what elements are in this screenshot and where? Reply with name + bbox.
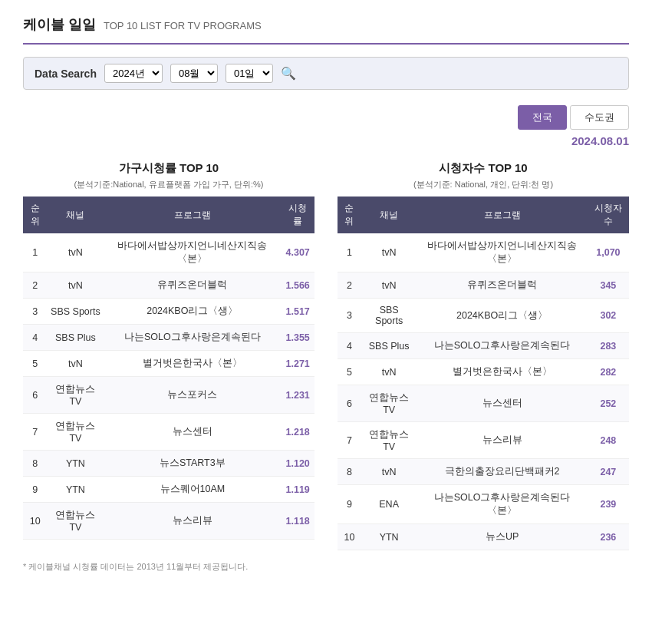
title-divider — [23, 43, 629, 45]
channel-cell: SBS Plus — [47, 325, 104, 351]
channel-cell: SBS Sports — [47, 299, 104, 325]
table-row: 2 tvN 유퀴즈온더블럭 345 — [338, 272, 629, 299]
rank-cell: 7 — [23, 414, 47, 451]
month-select[interactable]: 08월 — [170, 64, 218, 83]
channel-cell: 연합뉴스TV — [361, 422, 417, 459]
program-cell: 나는SOLO그후사랑은계속된다 — [104, 325, 281, 351]
rating-cell: 252 — [588, 385, 629, 422]
channel-cell: 연합뉴스TV — [47, 503, 104, 540]
table-row: 4 SBS Plus 나는SOLO그후사랑은계속된다 1.355 — [23, 325, 314, 351]
table-row: 3 SBS Sports 2024KBO리그〈생〉 1.517 — [23, 299, 314, 325]
rank-cell: 1 — [23, 233, 47, 272]
table-row: 5 tvN 별거벗은한국사〈본〉 1.271 — [23, 351, 314, 377]
day-select[interactable]: 01일 — [226, 64, 273, 83]
rank-cell: 1 — [338, 233, 361, 272]
program-cell: 2024KBO리그〈생〉 — [417, 299, 587, 333]
household-table-section: 가구시청률 TOP 10 (분석기준:National, 유료플랫폼 가입 가구… — [23, 161, 314, 550]
search-button[interactable]: 🔍 — [281, 66, 296, 81]
table-row: 7 연합뉴스TV 뉴스리뷰 248 — [338, 422, 629, 459]
channel-cell: tvN — [47, 272, 104, 299]
table-row: 1 tvN 바다에서밥상까지언니네산지직송〈본〉 1,070 — [338, 233, 629, 272]
table-row: 6 연합뉴스TV 뉴스센터 252 — [338, 385, 629, 422]
page-title: 케이블 일일 — [23, 15, 96, 34]
region-btn-jeonkuk[interactable]: 전국 — [518, 105, 567, 130]
viewer-col-rank: 순위 — [338, 197, 361, 233]
household-table-title: 가구시청률 TOP 10 — [23, 161, 314, 176]
search-label: Data Search — [35, 68, 97, 80]
program-cell: 바다에서밥상까지언니네산지직송〈본〉 — [104, 233, 281, 272]
program-cell: 나는SOLO그후사랑은계속된다 — [417, 333, 587, 359]
table-row: 3 SBS Sports 2024KBO리그〈생〉 302 — [338, 299, 629, 333]
search-bar: Data Search 2024년 08월 01일 🔍 — [23, 57, 629, 90]
rank-cell: 3 — [338, 299, 361, 333]
rating-cell: 283 — [588, 333, 629, 359]
region-buttons: 전국 수도권 — [23, 105, 629, 130]
rank-cell: 8 — [338, 459, 361, 485]
table-row: 8 tvN 극한의출장요리단백패커2 247 — [338, 459, 629, 485]
program-cell: 2024KBO리그〈생〉 — [104, 299, 281, 325]
rank-cell: 8 — [23, 451, 47, 477]
program-cell: 유퀴즈온더블럭 — [417, 272, 587, 299]
household-col-program: 프로그램 — [104, 197, 281, 233]
program-cell: 바다에서밥상까지언니네산지직송〈본〉 — [417, 233, 587, 272]
rating-cell: 282 — [588, 359, 629, 385]
rank-cell: 3 — [23, 299, 47, 325]
channel-cell: 연합뉴스TV — [47, 377, 104, 414]
rating-cell: 239 — [588, 485, 629, 524]
year-select[interactable]: 2024년 — [104, 64, 163, 83]
table-row: 2 tvN 유퀴즈온더블럭 1.566 — [23, 272, 314, 299]
table-row: 10 연합뉴스TV 뉴스리뷰 1.118 — [23, 503, 314, 540]
rank-cell: 5 — [338, 359, 361, 385]
channel-cell: tvN — [47, 233, 104, 272]
rank-cell: 5 — [23, 351, 47, 377]
page-subtitle: TOP 10 LIST FOR TV PROGRAMS — [104, 20, 262, 31]
program-cell: 별거벗은한국사〈본〉 — [104, 351, 281, 377]
table-row: 5 tvN 별거벗은한국사〈본〉 282 — [338, 359, 629, 385]
rank-cell: 9 — [338, 485, 361, 524]
rating-cell: 1.566 — [281, 272, 314, 299]
household-col-rating: 시청률 — [281, 197, 314, 233]
date-display: 2024.08.01 — [23, 134, 629, 147]
channel-cell: SBS Plus — [361, 333, 417, 359]
region-btn-sudokwon[interactable]: 수도권 — [570, 105, 629, 130]
program-cell: 뉴스포커스 — [104, 377, 281, 414]
rank-cell: 2 — [23, 272, 47, 299]
viewer-table: 순위 채널 프로그램 시청자수 1 tvN 바다에서밥상까지언니네산지직송〈본〉… — [338, 197, 629, 550]
rating-cell: 1.119 — [281, 477, 314, 503]
table-row: 9 YTN 뉴스퀘어10AM 1.119 — [23, 477, 314, 503]
rank-cell: 4 — [23, 325, 47, 351]
table-row: 7 연합뉴스TV 뉴스센터 1.218 — [23, 414, 314, 451]
channel-cell: tvN — [361, 272, 417, 299]
rank-cell: 4 — [338, 333, 361, 359]
channel-cell: YTN — [47, 451, 104, 477]
channel-cell: tvN — [47, 351, 104, 377]
rating-cell: 1.118 — [281, 503, 314, 540]
tables-wrapper: 가구시청률 TOP 10 (분석기준:National, 유료플랫폼 가입 가구… — [23, 161, 629, 550]
channel-cell: 연합뉴스TV — [47, 414, 104, 451]
rank-cell: 6 — [23, 377, 47, 414]
program-cell: 별거벗은한국사〈본〉 — [417, 359, 587, 385]
rating-cell: 248 — [588, 422, 629, 459]
rating-cell: 302 — [588, 299, 629, 333]
program-cell: 뉴스퀘어10AM — [104, 477, 281, 503]
table-row: 6 연합뉴스TV 뉴스포커스 1.231 — [23, 377, 314, 414]
rating-cell: 4.307 — [281, 233, 314, 272]
rank-cell: 10 — [338, 524, 361, 550]
table-row: 4 SBS Plus 나는SOLO그후사랑은계속된다 283 — [338, 333, 629, 359]
channel-cell: 연합뉴스TV — [361, 385, 417, 422]
rating-cell: 1.517 — [281, 299, 314, 325]
rank-cell: 10 — [23, 503, 47, 540]
household-table: 순위 채널 프로그램 시청률 1 tvN 바다에서밥상까지언니네산지직송〈본〉 … — [23, 197, 314, 540]
program-cell: 뉴스리뷰 — [417, 422, 587, 459]
program-cell: 유퀴즈온더블럭 — [104, 272, 281, 299]
rating-cell: 1.231 — [281, 377, 314, 414]
rank-cell: 2 — [338, 272, 361, 299]
viewer-table-subtitle: (분석기준: National, 개인, 단위:천 명) — [338, 179, 629, 190]
viewer-table-section: 시청자수 TOP 10 (분석기준: National, 개인, 단위:천 명)… — [338, 161, 629, 550]
rank-cell: 9 — [23, 477, 47, 503]
search-input[interactable] — [304, 68, 617, 79]
household-col-channel: 채널 — [47, 197, 104, 233]
footnote: * 케이블채널 시청률 데이터는 2013년 11월부터 제공됩니다. — [23, 561, 629, 573]
channel-cell: tvN — [361, 233, 417, 272]
channel-cell: YTN — [361, 524, 417, 550]
